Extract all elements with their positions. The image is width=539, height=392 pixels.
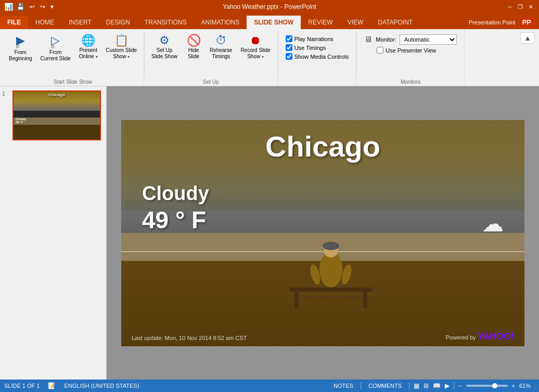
from-current-slide-label: FromCurrent Slide [40,49,70,62]
slide-thumbnail-1[interactable]: Chicago Cloudy49° F [12,90,101,140]
bench-person-figure [279,220,383,325]
undo-icon[interactable]: ↩ [28,2,36,11]
monitor-row: 🖥 Monitor: Automatic Primary Monitor [364,34,457,45]
from-current-slide-icon: ▷||| [51,35,60,48]
zoom-slider[interactable] [466,385,508,387]
window-title: Yahoo Weather.pptx - PowerPoint [223,3,316,10]
slide-panel: 1 Chicago Cloudy49° F [0,86,107,380]
record-slide-show-icon: ⏺ [250,35,261,46]
record-slide-show-button[interactable]: ⏺ Record SlideShow ▾ [237,32,274,62]
rehearse-timings-label: RehearseTimings [210,47,232,60]
checkboxes-group-label [278,84,356,85]
set-up-slide-show-icon: ⚙ [159,35,170,46]
zoom-percent[interactable]: 61% [519,383,535,389]
custom-slide-show-icon: 📋 [114,35,129,46]
cloud-icon: ☁ [482,211,504,237]
view-normal-icon[interactable]: ▦ [414,382,419,389]
status-bar: SLIDE 1 OF 1 📝 ENGLISH (UNITED STATES) N… [0,380,539,392]
ribbon-collapse-button[interactable]: ▲ [520,32,535,44]
ribbon-collapse-area: ▲ [518,30,537,86]
use-timings-checkbox[interactable]: Use Timings [286,44,349,51]
status-divider-3 [454,382,454,389]
app-icon: 📊 [4,3,13,11]
ribbon: ▶||| FromBeginning ▷||| FromCurrent Slid… [0,29,539,86]
start-slideshow-group-label: Start Slide Show [2,78,144,85]
save-icon[interactable]: 💾 [15,2,26,11]
use-presenter-view-input[interactable] [377,47,383,54]
from-beginning-icon: ▶||| [16,35,25,48]
svg-rect-3 [363,288,367,308]
comments-button[interactable]: COMMENTS [365,382,405,390]
svg-rect-0 [289,288,373,292]
tab-design[interactable]: DESIGN [99,16,137,29]
tab-transitions[interactable]: TRANSITIONS [137,16,194,29]
use-presenter-view-checkbox[interactable]: Use Presenter View [377,47,457,54]
rehearse-timings-button[interactable]: ⏱ RehearseTimings [206,32,236,62]
rehearse-timings-icon: ⏱ [215,35,227,46]
customize-icon[interactable]: ▾ [49,2,55,11]
ribbon-group-setup: ⚙ Set UpSlide Show 🚫 HideSlide ⏱ Rehears… [145,30,278,86]
presentation-point-label: Presentation Point [469,19,516,25]
title-bar-left: 📊 💾 ↩ ↪ ▾ [4,2,55,11]
tab-slideshow[interactable]: SLIDE SHOW [247,16,301,29]
main-area: 1 Chicago Cloudy49° F [0,86,539,380]
close-button[interactable]: ✕ [527,3,535,10]
tab-view[interactable]: VIEW [340,16,371,29]
title-bar: 📊 💾 ↩ ↪ ▾ Yahoo Weather.pptx - PowerPoin… [0,0,539,14]
play-narrations-input[interactable] [286,35,292,42]
zoom-thumb [492,383,497,388]
present-online-icon: 🌐 [81,35,95,46]
show-media-controls-input[interactable] [286,53,292,60]
tab-home[interactable]: HOME [28,16,61,29]
from-current-slide-button[interactable]: ▷||| FromCurrent Slide [36,32,74,64]
show-media-controls-checkbox[interactable]: Show Media Controls [286,53,349,60]
status-bar-right: NOTES COMMENTS ▦ ⊞ 📖 ▶ − + 61% [330,382,535,390]
from-beginning-button[interactable]: ▶||| FromBeginning [5,32,35,64]
set-up-slide-show-button[interactable]: ⚙ Set UpSlide Show [148,32,181,62]
ribbon-group-monitors: 🖥 Monitor: Automatic Primary Monitor Use… [357,30,465,86]
tab-animations[interactable]: ANIMATIONS [194,16,247,29]
svg-point-6 [323,242,339,250]
slide-powered-by: Powered by YAHOO! [445,331,514,342]
tab-review[interactable]: REVIEW [301,16,340,29]
slide-count: SLIDE 1 OF 1 [4,383,40,389]
hide-slide-button[interactable]: 🚫 HideSlide [182,32,205,62]
zoom-in-button[interactable]: + [512,383,515,389]
slide-number-1: 1 [2,90,10,97]
hide-slide-icon: 🚫 [187,35,201,46]
present-online-label: PresentOnline ▾ [79,47,98,60]
set-up-slide-show-label: Set UpSlide Show [151,47,177,60]
minimize-button[interactable]: ─ [506,3,514,10]
custom-slide-show-button[interactable]: 📋 Custom SlideShow ▾ [102,32,140,62]
thumb-weather: Cloudy49° F [16,117,26,124]
ribbon-group-start-slideshow: ▶||| FromBeginning ▷||| FromCurrent Slid… [2,30,144,86]
setup-group-label: Set Up [145,78,277,85]
redo-icon[interactable]: ↪ [38,2,47,11]
use-presenter-view-label: Use Presenter View [386,47,436,54]
presentation-point-button[interactable]: PP [519,17,535,27]
view-slideshow-icon[interactable]: ▶ [445,382,450,389]
present-online-button[interactable]: 🌐 PresentOnline ▾ [75,32,101,62]
show-media-controls-label: Show Media Controls [294,54,349,60]
tab-datapoint[interactable]: DATAPOINT [370,16,420,29]
slide-canvas: Chicago Cloudy 49 ° F ☁ [107,86,539,380]
custom-slide-show-label: Custom SlideShow ▾ [106,47,137,60]
view-reading-icon[interactable]: 📖 [433,382,441,389]
svg-rect-1 [292,295,370,298]
slide-1-wrapper: 1 Chicago Cloudy49° F [2,90,104,140]
restore-button[interactable]: ❐ [516,3,524,10]
zoom-out-button[interactable]: − [458,383,461,389]
slide-temperature: 49 ° F [142,206,206,234]
tab-file[interactable]: FILE [0,16,28,29]
notes-button[interactable]: NOTES [330,382,356,390]
monitor-select[interactable]: Automatic Primary Monitor [400,34,457,45]
status-notes-icon: 📝 [48,382,56,389]
slide-footer: Last update: Mon, 10 Nov 2014 8:52 am CS… [132,335,247,341]
use-timings-input[interactable] [286,44,292,51]
monitor-icon: 🖥 [364,35,373,44]
play-narrations-checkbox[interactable]: Play Narrations [286,35,349,42]
hide-slide-label: HideSlide [188,47,199,60]
view-slidesorter-icon[interactable]: ⊞ [424,382,429,389]
language-indicator: ENGLISH (UNITED STATES) [64,383,139,389]
tab-insert[interactable]: INSERT [61,16,99,29]
